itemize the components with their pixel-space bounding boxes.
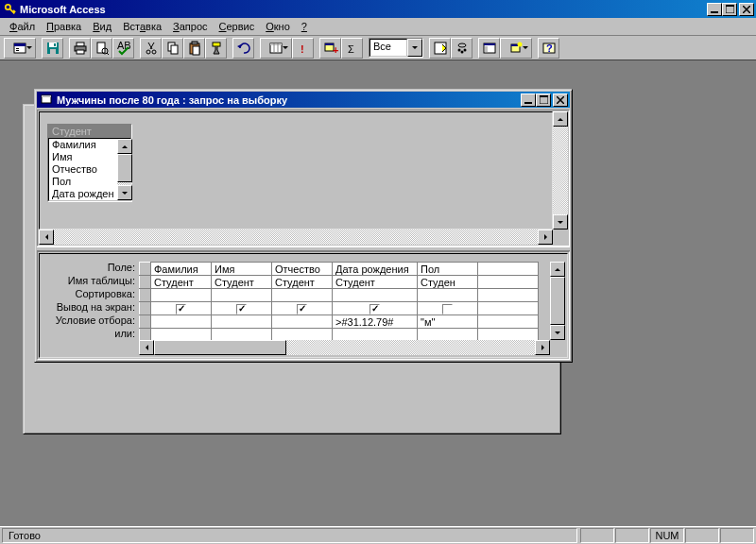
qbe-cell[interactable]: Студен [418,276,478,289]
help-button[interactable]: ? [538,38,559,59]
menu-запрос[interactable]: Запрос [167,19,213,34]
paste-button[interactable] [183,38,205,59]
qbe-cell[interactable] [272,315,333,329]
print-button[interactable] [69,38,91,59]
field-item[interactable]: Дата рожден [49,188,117,200]
svg-point-40 [463,48,466,51]
field-item[interactable]: Имя [49,151,117,163]
show-checkbox[interactable] [369,304,380,314]
qbe-cell[interactable] [418,302,478,315]
qbe-cell[interactable]: Имя [212,263,272,276]
undo-button[interactable] [232,38,254,59]
qbe-cell[interactable] [333,302,418,315]
copy-button[interactable] [162,38,183,59]
scroll-up-icon[interactable] [117,139,132,154]
qbe-cell[interactable] [478,263,539,276]
qbe-cell[interactable]: Пол [418,263,478,276]
maximize-button[interactable] [722,3,737,16]
field-item[interactable]: Пол [49,176,117,188]
svg-rect-25 [192,42,198,44]
svg-point-39 [460,50,463,53]
spelling-button[interactable]: ABC [112,38,134,59]
show-checkbox[interactable] [236,304,247,314]
field-item[interactable]: Фамилия [49,139,117,151]
child-titlebar[interactable]: Мужчины после 80 года : запрос на выборк… [37,92,570,108]
grid-hscroll[interactable] [139,340,550,355]
qbe-cell[interactable] [212,302,272,315]
cut-button[interactable] [140,38,162,59]
menu-вид[interactable]: Вид [87,19,117,34]
menu-сервис[interactable]: Сервис [214,19,261,34]
child-maximize-button[interactable] [536,94,551,107]
qbe-cell[interactable] [212,315,272,329]
qbe-cell[interactable] [478,315,539,329]
fieldlist-scrollbar[interactable] [117,139,132,200]
toolbar: ABC ! + Σ Все ? [0,36,756,60]
build-button[interactable] [451,38,472,59]
svg-rect-7 [16,50,19,51]
save-button[interactable] [42,38,63,59]
format-painter-button[interactable] [205,38,227,59]
menu-окно[interactable]: Окно [260,19,296,34]
properties-button[interactable] [429,38,451,59]
svg-rect-50 [42,95,51,97]
view-button[interactable] [4,38,36,59]
scroll-down-icon[interactable] [117,185,132,200]
db-window-button[interactable] [478,38,500,59]
show-checkbox[interactable] [297,304,307,314]
menu-вставка[interactable]: Вставка [117,19,167,34]
qbe-cell[interactable] [333,289,418,302]
svg-rect-12 [77,42,84,46]
qbe-cell[interactable] [151,302,212,315]
pane-vscroll[interactable] [553,111,568,230]
svg-rect-1 [711,11,718,13]
qbe-cell[interactable]: Дата рождения [333,263,418,276]
scroll-thumb[interactable] [117,154,132,182]
minimize-button[interactable] [707,3,722,16]
qbe-cell[interactable]: >#31.12.79# [333,315,418,329]
qbe-cell[interactable] [272,302,333,315]
qbe-grid[interactable]: ФамилияИмяОтчествоДата рожденияПолСтуден… [139,254,567,342]
qbe-cell[interactable] [272,289,333,302]
menu-правка[interactable]: Правка [41,19,87,34]
qbe-cell[interactable]: Отчество [272,263,333,276]
svg-text:Σ: Σ [348,43,354,55]
qbe-cell[interactable]: Студент [151,276,212,289]
qbe-cell[interactable]: "м" [418,315,478,329]
menu-?[interactable]: ? [296,19,313,34]
qbe-cell[interactable] [478,289,539,302]
qbe-cell[interactable] [212,289,272,302]
show-checkbox[interactable] [176,304,186,314]
qbe-cell[interactable] [151,315,212,329]
qbe-cell[interactable] [418,289,478,302]
show-checkbox[interactable] [442,304,453,314]
query-type-button[interactable] [260,38,292,59]
top-values-combo[interactable]: Все [369,38,423,58]
pane-hscroll[interactable] [39,230,553,245]
run-button[interactable]: ! [292,38,314,59]
totals-button[interactable]: Σ [341,38,363,59]
close-button[interactable] [739,3,754,16]
svg-point-37 [458,43,466,47]
field-item[interactable]: Отчество [49,163,117,176]
child-close-button[interactable] [553,94,568,107]
show-table-button[interactable]: + [319,38,341,59]
svg-rect-51 [524,102,532,104]
qbe-cell[interactable] [478,276,539,289]
table-field-list[interactable]: Студент ФамилияИмяОтчествоПолДата рожден [47,124,132,202]
qbe-cell[interactable] [478,302,539,315]
new-object-button[interactable] [500,38,532,59]
qbe-cell[interactable]: Студент [333,276,418,289]
child-minimize-button[interactable] [521,94,536,107]
query-icon [41,94,54,107]
grid-vscroll[interactable] [550,262,565,340]
svg-text:+: + [333,44,338,56]
access-key-icon [4,3,17,16]
qbe-cell[interactable]: Студент [272,276,333,289]
qbe-cell[interactable]: Студент [212,276,272,289]
qbe-cell[interactable] [151,289,212,302]
qbe-cell[interactable]: Фамилия [151,263,212,276]
svg-point-38 [457,48,460,51]
menu-файл[interactable]: Файл [4,19,41,34]
preview-button[interactable] [91,38,112,59]
